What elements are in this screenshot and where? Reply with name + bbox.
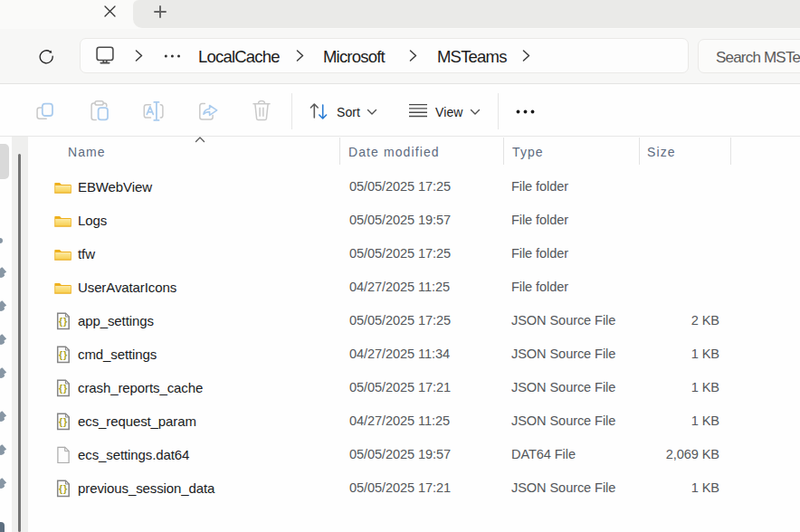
- svg-text:{}: {}: [59, 383, 68, 394]
- svg-text:{}: {}: [59, 416, 68, 427]
- svg-text:{}: {}: [59, 349, 68, 360]
- svg-text:{}: {}: [59, 483, 68, 494]
- svg-text:{}: {}: [59, 316, 68, 327]
